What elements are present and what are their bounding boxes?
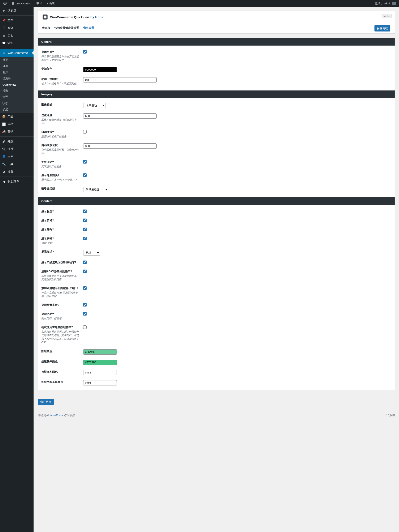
input-theme_btn[interactable]: [83, 325, 86, 329]
save-button-top[interactable]: 保存更改: [374, 25, 390, 32]
input-btn_color[interactable]: [83, 349, 117, 355]
wp-logo[interactable]: [2, 0, 8, 7]
input-btn_hover[interactable]: [83, 360, 117, 365]
my-account[interactable]: 您好，admin: [373, 0, 397, 7]
field-row-show_arrows: 显示导航箭头?显示图片库上一个/下一个箭头？: [38, 171, 395, 184]
input-thumb_type[interactable]: 滑动缩略图: [83, 187, 108, 192]
sidebar-item-comments[interactable]: 💬评论: [0, 39, 34, 47]
comments-count[interactable]: 0: [34, 0, 44, 7]
sub-item-settings[interactable]: 设置: [0, 94, 34, 100]
field-label: 显示标题?: [41, 209, 83, 214]
field-label: 过渡速度图像库转换的速度（以毫秒为单位）。: [41, 113, 83, 125]
input-autoplay[interactable]: [83, 130, 86, 133]
sub-item-extensions[interactable]: 扩展: [0, 107, 34, 113]
field-label: 叠加颜色: [41, 67, 83, 72]
collapse-icon: ◀: [2, 179, 6, 184]
sidebar-item-collapse[interactable]: ◀收起菜单: [0, 178, 34, 185]
save-button-bottom[interactable]: 保存更改: [38, 399, 54, 405]
wordpress-link[interactable]: WordPress: [49, 414, 63, 417]
sidebar-item-users[interactable]: 👤用户: [0, 153, 34, 160]
input-show_desc[interactable]: 已满: [83, 250, 100, 255]
sub-item-customers[interactable]: 客户: [0, 69, 34, 76]
field-desc: 弹出窗口是否应允许您在页面上的其他产品之间导航？: [41, 55, 79, 62]
sidebar-item-posts[interactable]: 📌文章: [0, 17, 34, 24]
field-row-ajax_cart: 启用AJAX添加到购物车?从快速预览将产品添加到购物车，无需重新加载页面。: [38, 267, 395, 284]
tab-trigger-settings[interactable]: 快速查看触发器设置: [55, 23, 79, 33]
field-desc: 例如类别、标签等。: [41, 317, 79, 320]
input-show_qty[interactable]: [83, 303, 86, 306]
sub-item-reports[interactable]: 报表: [0, 88, 34, 94]
version-badge: v3.5.0: [382, 14, 392, 18]
site-name[interactable]: prolancertest: [10, 0, 33, 7]
field-desc: 显示图片库上一个/下一个箭头？: [41, 178, 79, 182]
new-content[interactable]: +新建: [45, 0, 56, 7]
sub-item-quickview[interactable]: Quickview: [0, 82, 34, 88]
input-show_title[interactable]: [83, 209, 86, 213]
field-row-hide_after_add: 添加到购物车后隐藏弹出窗口?一旦产品通过 Ajax 添加到购物车中，隐藏弹窗。: [38, 284, 395, 301]
field-label: 启用图库?弹出窗口是否应允许您在页面上的其他产品之间导航？: [41, 50, 83, 62]
footer-version: 6.0版本: [386, 413, 395, 417]
field-desc: 如果您想替换使用主题中的按钮样式请检查此选项。如果失败，请使用下面的样式工具，或…: [41, 330, 79, 344]
input-show_arrows[interactable]: [83, 173, 86, 177]
field-row-btn_hover: 按钮悬停颜色: [38, 357, 395, 367]
input-overlay_opacity[interactable]: [83, 77, 157, 82]
field-row-image_transition: 图像转换水平滑动: [38, 100, 395, 111]
input-btn_text_hover[interactable]: [83, 380, 117, 386]
input-show_banner[interactable]: [83, 237, 86, 240]
field-desc: 一旦产品通过 Ajax 添加到购物车中，隐藏弹窗。: [41, 291, 79, 298]
field-label: 显示导航箭头?显示图片库上一个/下一个箭头？: [41, 173, 83, 182]
input-enable_gallery[interactable]: [83, 50, 86, 54]
input-show_rating[interactable]: [83, 228, 86, 231]
field-label: 显示产品选项/添加到购物车?: [41, 260, 83, 265]
section-header: Imagery: [38, 90, 395, 98]
sidebar-item-settings[interactable]: ⚙设置: [0, 168, 34, 176]
field-row-show_qty: 显示数量字段?: [38, 301, 395, 310]
sidebar-item-tools[interactable]: 🔧工具: [0, 160, 34, 168]
sub-item-orders[interactable]: 订单: [0, 63, 34, 69]
input-infinite_scroll[interactable]: [83, 160, 86, 164]
input-image_transition[interactable]: 水平滑动: [83, 103, 105, 108]
input-btn_text[interactable]: [83, 370, 117, 375]
sidebar-item-dashboard[interactable]: ◈仪表盘: [0, 7, 34, 14]
comment-icon: [36, 2, 39, 5]
field-desc: 无限滚动产品图像？: [41, 165, 79, 168]
input-show_product[interactable]: [83, 312, 86, 316]
field-label: 显示产品?例如类别、标签等。: [41, 312, 83, 320]
section-general: General启用图库?弹出窗口是否应允许您在页面上的其他产品之间导航？叠加颜色…: [38, 38, 395, 90]
sidebar-item-products[interactable]: 📦产品: [0, 113, 34, 120]
field-row-autoplay_speed: 自动播放速度每个图像的显示时长（以毫秒为单位）。: [38, 141, 395, 158]
field-label: 显示描述?: [41, 250, 83, 255]
sidebar-item-plugins[interactable]: 🔌插件: [0, 145, 34, 153]
sidebar-item-appearance[interactable]: 🖌外观: [0, 138, 34, 145]
input-overlay_color[interactable]: [83, 67, 117, 72]
tab-popup-settings[interactable]: 弹出设置: [83, 23, 94, 33]
input-transition_speed[interactable]: [83, 113, 157, 119]
sidebar-item-marketing[interactable]: 📣营销: [0, 128, 34, 135]
field-label: 尝试使用主题的按钮样式?如果您想替换使用主题中的按钮样式请检查此选项。如果失败，…: [41, 325, 83, 344]
sub-item-status[interactable]: 状态: [0, 100, 34, 107]
input-show_options[interactable]: [83, 260, 86, 264]
field-row-thumb_type: 缩略图类型滑动缩略图: [38, 184, 395, 195]
brand-link[interactable]: Iconic: [95, 15, 104, 19]
sub-item-home[interactable]: 首页: [0, 57, 34, 63]
input-ajax_cart[interactable]: [83, 270, 86, 273]
input-hide_after_add[interactable]: [83, 286, 86, 290]
media-icon: 🎵: [2, 26, 6, 30]
sidebar-item-analytics[interactable]: 📊分析: [0, 120, 34, 128]
input-show_price[interactable]: [83, 219, 86, 222]
sidebar-item-pages[interactable]: ▤页面: [0, 32, 34, 39]
field-row-show_price: 显示价格?: [38, 216, 395, 225]
field-desc: 例如“促销”: [41, 241, 79, 245]
avatar: [392, 2, 396, 5]
field-row-transition_speed: 过渡速度图像库转换的速度（以毫秒为单位）。: [38, 111, 395, 128]
field-desc: 输入 0 » 或格和 1 » 不透明的值。: [41, 82, 79, 85]
footer: 感谢使用 WordPress 进行创作。 6.0版本: [34, 409, 399, 421]
dashboard-icon: ◈: [2, 8, 6, 13]
input-autoplay_speed[interactable]: [83, 143, 157, 149]
field-label: 叠加不透明度输入 0 » 或格和 1 » 不透明的值。: [41, 77, 83, 85]
tab-dashboard[interactable]: 仪表板: [42, 23, 50, 33]
sidebar-item-woocommerce[interactable]: ▭WooCommerce: [0, 49, 34, 57]
woo-icon: ▭: [2, 51, 6, 55]
sub-item-coupons[interactable]: 优惠券: [0, 76, 34, 82]
sidebar-item-media[interactable]: 🎵媒体: [0, 24, 34, 32]
